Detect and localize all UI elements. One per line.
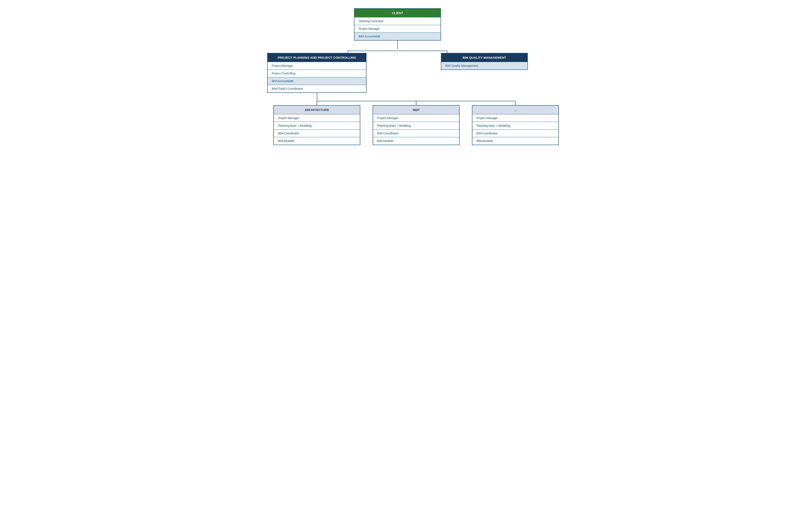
arch-node: ARCHITECTURE Project Manager Planning te…	[273, 105, 360, 145]
arch-row-3: BIM-Coordinator	[274, 129, 360, 137]
ppc-row-1: Project Manager	[267, 62, 366, 70]
client-row-3: BIM Accountable	[354, 33, 441, 40]
level2-row: PROJECT PLANNING AND PROJECT CONTROLLING…	[267, 53, 528, 93]
arch-row-1: Project Manager	[274, 114, 360, 122]
mep-row-3: BIM-Coordinator	[373, 129, 459, 137]
arch-row-4: BIM-Modeler	[274, 137, 360, 145]
ppc-header: PROJECT PLANNING AND PROJECT CONTROLLING	[267, 53, 366, 62]
ppc-node: PROJECT PLANNING AND PROJECT CONTROLLING…	[267, 53, 367, 93]
mep-node: MEP Project Manager Planning team + Mode…	[373, 105, 460, 145]
client-header: CLIENT	[354, 9, 441, 17]
dots-box: ... Project Manager Planning team + Mode…	[472, 105, 559, 145]
mep-row-1: Project Manager	[373, 114, 459, 122]
level3-row: ARCHITECTURE Project Manager Planning te…	[267, 105, 559, 145]
dots-node: ... Project Manager Planning team + Mode…	[472, 105, 559, 145]
client-row-1: Steering Commitee	[354, 17, 441, 25]
bqm-node: BIM QUALITY MANAGEMENT BIM Quality Manag…	[441, 53, 528, 70]
client-v-line	[397, 40, 398, 49]
dots-row-1: Project Manager	[473, 114, 558, 122]
ppc-row-2: Project Controlling	[267, 70, 366, 77]
dots-row-2: Planning team + Modeling	[473, 122, 558, 129]
client-box: CLIENT Steering Commitee Project Manager…	[354, 8, 441, 40]
mep-row-2: Planning team + Modeling	[373, 122, 459, 129]
l3-h-connector	[267, 101, 528, 105]
arch-box: ARCHITECTURE Project Manager Planning te…	[273, 105, 360, 145]
mep-box: MEP Project Manager Planning team + Mode…	[373, 105, 460, 145]
mep-header: MEP	[373, 106, 459, 114]
ppc-row-4: BIM-(Total-) Coordinator	[267, 85, 366, 92]
bqm-header: BIM QUALITY MANAGEMENT	[441, 53, 528, 62]
ppc-box: PROJECT PLANNING AND PROJECT CONTROLLING…	[267, 53, 367, 93]
client-row-2: Project Manager	[354, 25, 441, 33]
arch-row-2: Planning team + Modeling	[274, 122, 360, 129]
dots-row-4: BIM-Modeler	[473, 137, 558, 145]
ppc-v-line-wrapper	[267, 93, 528, 101]
org-chart: CLIENT Steering Commitee Project Manager…	[4, 8, 791, 145]
bqm-row-1: BIM Quality Management	[441, 62, 528, 70]
l2-h-connector	[304, 49, 491, 53]
dots-header: ...	[473, 106, 558, 114]
dots-row-3: BIM-Coordinator	[473, 129, 558, 137]
bqm-box: BIM QUALITY MANAGEMENT BIM Quality Manag…	[441, 53, 528, 70]
ppc-row-3: BIM Accountable	[267, 77, 366, 85]
level3-connector-wrapper: ARCHITECTURE Project Manager Planning te…	[267, 101, 528, 145]
level2-section: PROJECT PLANNING AND PROJECT CONTROLLING…	[267, 49, 528, 101]
ppc-v-line	[317, 93, 317, 101]
arch-header: ARCHITECTURE	[274, 106, 360, 114]
mep-row-4: BIM-Modeler	[373, 137, 459, 145]
client-node: CLIENT Steering Commitee Project Manager…	[354, 8, 441, 49]
